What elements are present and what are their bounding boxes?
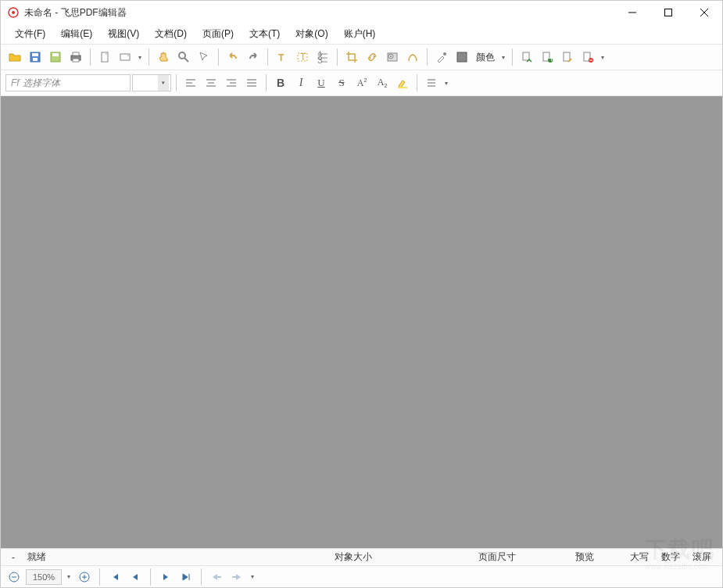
nav-forward-button[interactable]: [228, 568, 245, 586]
zoom-percent[interactable]: 150%: [26, 569, 62, 585]
menu-view[interactable]: 视图(V): [100, 24, 147, 44]
doc-edit-button[interactable]: [558, 48, 577, 66]
status-caps: 大写: [624, 550, 655, 564]
svg-point-1: [12, 11, 15, 14]
image-button[interactable]: [383, 48, 402, 66]
svg-point-38: [589, 58, 593, 63]
svg-rect-27: [388, 53, 397, 61]
status-num: 数字: [655, 550, 686, 564]
menu-text[interactable]: 文本(T): [242, 24, 288, 44]
svg-point-29: [390, 56, 392, 57]
align-right-button[interactable]: [222, 74, 241, 92]
menu-file[interactable]: 文件(F): [7, 24, 53, 44]
svg-point-34: [548, 58, 553, 63]
status-object-size: 对象大小: [328, 550, 378, 564]
menu-page[interactable]: 页面(P): [195, 24, 242, 44]
svg-rect-7: [32, 53, 38, 56]
print-button[interactable]: [66, 48, 85, 66]
svg-text:1: 1: [317, 51, 323, 58]
svg-rect-31: [457, 52, 467, 62]
save-as-button[interactable]: [46, 48, 65, 66]
status-page-size: 页面尺寸: [472, 550, 522, 564]
svg-point-30: [443, 52, 446, 56]
maximize-button[interactable]: [650, 1, 686, 24]
first-page-button[interactable]: [106, 568, 123, 586]
menu-document[interactable]: 文档(D): [147, 24, 195, 44]
svg-text:2: 2: [317, 51, 323, 62]
last-page-button[interactable]: [177, 568, 195, 586]
svg-rect-37: [584, 52, 590, 61]
link-button[interactable]: [363, 48, 381, 66]
toolbar-format: Ff 选择字体 ▾ B I U S A2 A2 ▾: [1, 70, 722, 96]
next-page-button[interactable]: [157, 568, 174, 586]
font-size-selector[interactable]: ▾: [132, 74, 171, 91]
undo-button[interactable]: [224, 48, 242, 66]
redo-button[interactable]: [244, 48, 263, 66]
page-landscape-button[interactable]: [116, 48, 134, 66]
menu-account[interactable]: 账户(H): [336, 24, 384, 44]
font-placeholder: 选择字体: [23, 77, 60, 90]
window-title: 未命名 - 飞思PDF编辑器: [24, 6, 127, 20]
align-justify-button[interactable]: [242, 74, 261, 92]
status-ready: 就绪: [21, 550, 52, 564]
svg-text:3: 3: [317, 55, 323, 63]
svg-rect-12: [73, 52, 79, 56]
line-spacing-dropdown[interactable]: ▾: [442, 74, 450, 92]
menu-object[interactable]: 对象(O): [288, 24, 335, 44]
app-icon: [7, 6, 20, 19]
doc-delete-button[interactable]: [578, 48, 597, 66]
open-button[interactable]: [5, 48, 24, 66]
eyedropper-button[interactable]: [432, 48, 451, 66]
zoom-dropdown[interactable]: ▾: [65, 568, 73, 586]
svg-rect-19: [298, 53, 307, 61]
svg-rect-32: [523, 52, 529, 60]
menu-edit[interactable]: 编辑(E): [53, 24, 100, 44]
svg-point-16: [179, 52, 185, 59]
svg-rect-9: [51, 52, 60, 62]
doc-dropdown[interactable]: ▾: [599, 48, 607, 66]
zoom-in-button[interactable]: [76, 568, 93, 586]
select-tool-button[interactable]: [195, 48, 213, 66]
minimize-button[interactable]: [614, 1, 650, 24]
fill-color-button[interactable]: [453, 48, 471, 66]
subscript-button[interactable]: A2: [373, 74, 392, 92]
svg-point-0: [9, 8, 18, 17]
underline-button[interactable]: U: [312, 74, 331, 92]
bold-button[interactable]: B: [271, 74, 290, 92]
page-portrait-button[interactable]: [95, 48, 114, 66]
nav-dropdown[interactable]: ▾: [249, 568, 256, 586]
doc-add-button[interactable]: +: [538, 48, 557, 66]
page-dropdown[interactable]: ▾: [136, 48, 144, 66]
nav-back-button[interactable]: [208, 568, 225, 586]
doc-action1-button[interactable]: [517, 48, 536, 66]
zoom-out-button[interactable]: [5, 568, 23, 586]
svg-line-5: [700, 9, 708, 16]
shape-button[interactable]: [403, 48, 422, 66]
align-center-button[interactable]: [202, 74, 220, 92]
svg-rect-10: [52, 53, 59, 56]
strikethrough-button[interactable]: S: [332, 74, 351, 92]
color-dropdown[interactable]: ▾: [499, 48, 507, 66]
numbering-button[interactable]: 123: [313, 48, 332, 66]
svg-line-17: [184, 58, 188, 62]
hand-tool-button[interactable]: [154, 48, 173, 66]
highlight-button[interactable]: [393, 74, 412, 92]
superscript-button[interactable]: A2: [353, 74, 371, 92]
line-spacing-button[interactable]: [422, 74, 441, 92]
svg-text:+: +: [549, 53, 553, 63]
italic-button[interactable]: I: [292, 74, 310, 92]
align-left-button[interactable]: [181, 74, 200, 92]
font-selector[interactable]: Ff 选择字体: [5, 74, 131, 91]
zoom-tool-button[interactable]: [174, 48, 193, 66]
toolbar-main: ▾ T T 123 颜色 ▾ + ▾: [1, 45, 722, 70]
text-box-button[interactable]: T: [293, 48, 312, 66]
status-bar: - 就绪 对象大小 页面尺寸 预览 大写 数字 滚屏: [1, 548, 722, 565]
save-button[interactable]: [26, 48, 45, 66]
navigation-bar: 150% ▾ ▾: [1, 565, 722, 587]
prev-page-button[interactable]: [127, 568, 144, 586]
document-canvas[interactable]: [1, 96, 722, 548]
close-button[interactable]: [686, 1, 722, 24]
crop-button[interactable]: [342, 48, 361, 66]
text-tool-button[interactable]: T: [273, 48, 292, 66]
status-dash: -: [5, 552, 21, 563]
